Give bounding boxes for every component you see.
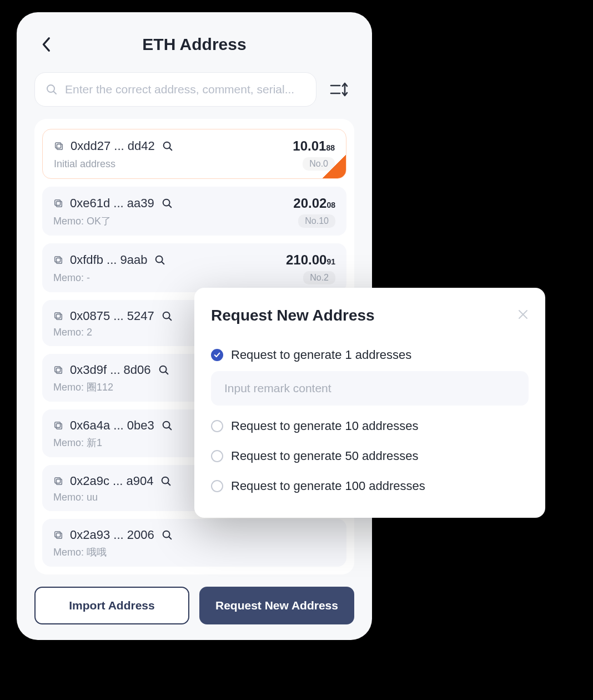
svg-rect-21 bbox=[55, 367, 61, 372]
svg-rect-4 bbox=[57, 144, 62, 149]
page-title: ETH Address bbox=[142, 35, 246, 54]
svg-rect-28 bbox=[56, 479, 62, 484]
memo-text: Memo: - bbox=[53, 272, 303, 284]
svg-line-15 bbox=[162, 262, 164, 264]
copy-icon[interactable] bbox=[53, 476, 63, 486]
radio-checked-icon bbox=[211, 349, 223, 361]
option-label: Request to generate 10 addresses bbox=[231, 419, 419, 433]
footer: Import Address Request New Address bbox=[34, 574, 354, 624]
address-row: 0x2a93 ... 2006 bbox=[53, 528, 335, 542]
radio-icon bbox=[211, 480, 223, 492]
magnify-icon[interactable] bbox=[154, 254, 166, 266]
memo-text: Memo: 哦哦 bbox=[53, 546, 335, 559]
svg-line-19 bbox=[169, 318, 171, 320]
memo-text: Memo: OK了 bbox=[53, 214, 298, 228]
search-input[interactable] bbox=[65, 83, 306, 96]
svg-line-23 bbox=[165, 372, 168, 374]
address-text: 0xe61d ... aa39 bbox=[70, 196, 154, 211]
address-meta: Initial addressNo.0 bbox=[54, 157, 335, 171]
copy-icon[interactable] bbox=[53, 311, 63, 321]
option-label: Request to generate 100 addresses bbox=[231, 479, 425, 493]
address-row: 0xdd27 ... dd4210.0188 bbox=[54, 138, 335, 154]
generate-option[interactable]: Request to generate 10 addresses bbox=[211, 411, 529, 441]
svg-line-27 bbox=[169, 427, 171, 429]
svg-rect-29 bbox=[55, 478, 61, 483]
address-meta: Memo: -No.2 bbox=[53, 271, 335, 284]
copy-icon[interactable] bbox=[54, 141, 64, 151]
sort-icon bbox=[330, 81, 349, 98]
svg-rect-33 bbox=[55, 532, 61, 537]
chevron-left-icon bbox=[42, 37, 52, 52]
selected-corner-icon bbox=[322, 154, 346, 179]
svg-rect-8 bbox=[56, 201, 62, 207]
address-item[interactable]: 0xe61d ... aa3920.0208Memo: OK了No.10 bbox=[42, 187, 346, 236]
copy-icon[interactable] bbox=[53, 255, 63, 265]
import-address-button[interactable]: Import Address bbox=[34, 587, 189, 624]
generate-option[interactable]: Request to generate 100 addresses bbox=[211, 471, 529, 501]
header: ETH Address bbox=[34, 31, 354, 58]
magnify-icon[interactable] bbox=[161, 419, 173, 432]
address-text: 0x2a9c ... a904 bbox=[70, 474, 153, 488]
svg-line-1 bbox=[54, 92, 57, 94]
copy-icon[interactable] bbox=[53, 365, 63, 375]
magnify-icon[interactable] bbox=[162, 140, 174, 152]
option-label: Request to generate 50 addresses bbox=[231, 449, 419, 463]
magnify-icon[interactable] bbox=[161, 529, 173, 541]
close-button[interactable] bbox=[517, 308, 529, 323]
back-button[interactable] bbox=[39, 37, 54, 52]
magnify-icon[interactable] bbox=[161, 197, 173, 209]
generate-option[interactable]: Request to generate 50 addresses bbox=[211, 441, 529, 471]
copy-icon[interactable] bbox=[53, 530, 63, 540]
magnify-icon[interactable] bbox=[158, 364, 170, 376]
search-box[interactable] bbox=[34, 72, 316, 107]
magnify-icon[interactable] bbox=[161, 310, 173, 322]
balance-value: 20.0208 bbox=[293, 196, 335, 211]
close-icon bbox=[517, 309, 529, 320]
address-item[interactable]: 0x2a93 ... 2006Memo: 哦哦 bbox=[42, 519, 346, 567]
radio-icon bbox=[211, 450, 223, 462]
serial-badge: No.2 bbox=[303, 271, 335, 284]
request-new-address-button[interactable]: Request New Address bbox=[199, 587, 354, 624]
remark-input[interactable] bbox=[211, 371, 529, 406]
address-text: 0xfdfb ... 9aab bbox=[70, 253, 147, 267]
balance-value: 210.0091 bbox=[286, 252, 335, 268]
svg-rect-9 bbox=[55, 200, 61, 206]
address-item[interactable]: 0xfdfb ... 9aab210.0091Memo: -No.2 bbox=[42, 243, 346, 292]
address-meta: Memo: 哦哦 bbox=[53, 546, 335, 559]
svg-line-11 bbox=[169, 205, 171, 207]
address-item[interactable]: 0xdd27 ... dd4210.0188Initial addressNo.… bbox=[42, 129, 346, 179]
address-row: 0xfdfb ... 9aab210.0091 bbox=[53, 252, 335, 268]
sort-button[interactable] bbox=[324, 74, 354, 104]
option-label: Request to generate 1 addresses bbox=[231, 348, 411, 362]
magnify-icon[interactable] bbox=[160, 475, 172, 487]
address-row: 0xe61d ... aa3920.0208 bbox=[53, 196, 335, 211]
copy-icon[interactable] bbox=[53, 421, 63, 431]
copy-icon[interactable] bbox=[53, 198, 63, 208]
address-meta: Memo: OK了No.10 bbox=[53, 214, 335, 228]
memo-text: Initial address bbox=[54, 158, 303, 170]
generate-option[interactable]: Request to generate 1 addresses bbox=[211, 340, 529, 370]
modal-title: Request New Address bbox=[211, 307, 375, 324]
svg-rect-12 bbox=[56, 258, 62, 263]
search-row bbox=[34, 72, 354, 107]
radio-icon bbox=[211, 420, 223, 432]
svg-rect-20 bbox=[56, 368, 62, 373]
svg-rect-5 bbox=[56, 143, 61, 148]
serial-badge: No.10 bbox=[298, 214, 335, 228]
modal-header: Request New Address bbox=[211, 307, 529, 324]
address-text: 0x2a93 ... 2006 bbox=[70, 528, 154, 542]
svg-line-7 bbox=[169, 148, 172, 150]
request-new-address-modal: Request New Address Request to generate … bbox=[194, 288, 545, 518]
address-text: 0x0875 ... 5247 bbox=[70, 309, 154, 323]
address-text: 0x3d9f ... 8d06 bbox=[70, 363, 151, 377]
address-text: 0xdd27 ... dd42 bbox=[71, 139, 155, 153]
balance-value: 10.0188 bbox=[293, 138, 335, 154]
address-text: 0x6a4a ... 0be3 bbox=[70, 418, 154, 433]
search-icon bbox=[45, 83, 58, 96]
svg-rect-16 bbox=[56, 314, 62, 319]
svg-rect-13 bbox=[55, 257, 61, 262]
svg-rect-25 bbox=[55, 422, 61, 428]
svg-line-31 bbox=[168, 483, 170, 485]
svg-line-35 bbox=[169, 537, 171, 539]
svg-rect-32 bbox=[56, 533, 62, 538]
